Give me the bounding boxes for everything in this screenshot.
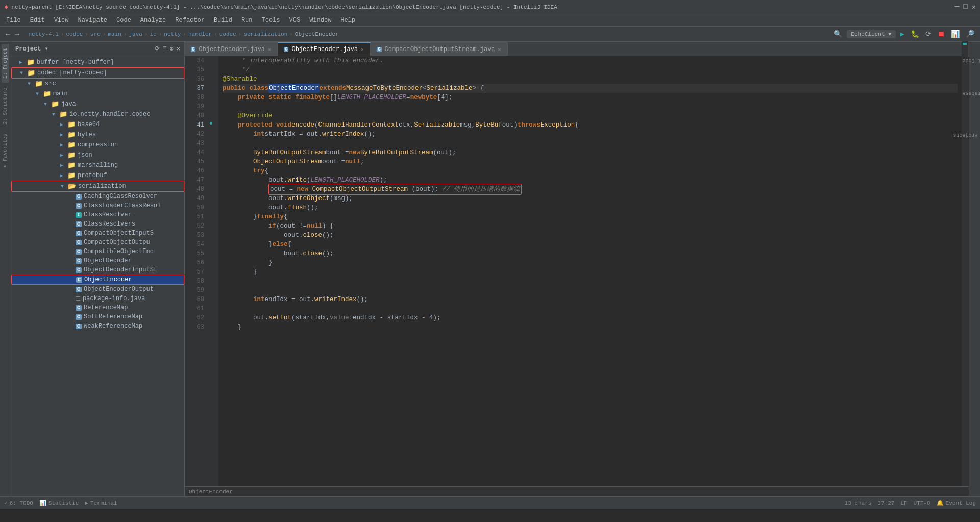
- toolbar-search-button[interactable]: 🔍: [832, 30, 844, 38]
- status-position[interactable]: 37:27: [877, 500, 894, 506]
- close-button[interactable]: ✕: [972, 3, 976, 11]
- stop-button[interactable]: ⏹: [936, 30, 946, 38]
- code-content[interactable]: * interoperability with this encoder. */…: [218, 56, 962, 486]
- menu-refactor[interactable]: Refactor: [171, 16, 209, 25]
- expand-arrow-protobuf[interactable]: ▶: [60, 172, 67, 179]
- menu-window[interactable]: Window: [305, 16, 335, 25]
- tab-close-encoder[interactable]: ✕: [361, 46, 364, 53]
- breadcrumb-objectencoder[interactable]: ObjectEncoder: [295, 31, 339, 37]
- tab-close-cos[interactable]: ✕: [498, 46, 501, 53]
- coverage-button[interactable]: 📊: [949, 30, 961, 38]
- left-tab-structure[interactable]: 2: Structure: [2, 84, 9, 129]
- right-tab-maven[interactable]: Maven Projects: [949, 131, 980, 139]
- breadcrumb-main[interactable]: main: [108, 31, 121, 37]
- breadcrumb-codec[interactable]: codec: [66, 31, 83, 37]
- tree-item-object-decoder[interactable]: C ObjectDecoder: [11, 256, 184, 265]
- breadcrumb-netty2[interactable]: netty: [164, 31, 181, 37]
- tree-item-src[interactable]: ▼ 📁 src: [11, 79, 184, 89]
- build-button[interactable]: ⟳: [924, 30, 933, 38]
- status-event-log[interactable]: 🔔 Event Log: [937, 500, 976, 506]
- nav-forward-button[interactable]: →: [13, 30, 20, 38]
- menu-analyze[interactable]: Analyze: [136, 16, 170, 25]
- expand-arrow-codec[interactable]: ▼: [20, 70, 27, 76]
- tree-item-java[interactable]: ▼ 📁 java: [11, 99, 184, 109]
- tree-item-reference-map[interactable]: C ReferenceMap: [11, 303, 184, 312]
- menu-build[interactable]: Build: [210, 16, 236, 25]
- expand-arrow-java[interactable]: ▼: [44, 102, 51, 107]
- status-todo[interactable]: ✓ 6: TODO: [4, 500, 33, 506]
- tree-item-package-info[interactable]: ☰ package-info.java: [11, 294, 184, 303]
- tree-item-main[interactable]: ▼ 📁 main: [11, 89, 184, 99]
- tree-item-compression[interactable]: ▶ 📁 compression: [11, 140, 184, 150]
- breadcrumb-io[interactable]: io: [150, 31, 157, 37]
- tree-item-weak-reference-map[interactable]: C WeakReferenceMap: [11, 321, 184, 331]
- status-line-ending[interactable]: LF: [900, 500, 907, 506]
- menu-navigate[interactable]: Navigate: [74, 16, 111, 25]
- tab-close-decoder[interactable]: ✕: [268, 46, 271, 53]
- right-tab-artcode[interactable]: Art Code: [958, 57, 980, 64]
- search2-button[interactable]: 🔎: [964, 30, 976, 38]
- maximize-button[interactable]: □: [963, 3, 967, 11]
- expand-arrow-marshalling[interactable]: ▶: [60, 162, 67, 168]
- menu-vcs[interactable]: VCS: [285, 16, 305, 25]
- tab-object-encoder[interactable]: C ObjectEncoder.java ✕: [278, 42, 371, 56]
- tree-item-compact-input[interactable]: C CompactObjectInputS: [11, 229, 184, 238]
- expand-arrow-compression[interactable]: ▶: [60, 142, 67, 148]
- left-tab-project[interactable]: 1: Project: [2, 44, 9, 83]
- nav-back-button[interactable]: ←: [4, 30, 11, 38]
- tree-item-object-decoder-input[interactable]: C ObjectDecoderInputSt: [11, 265, 184, 275]
- tab-object-decoder[interactable]: C ObjectDecoder.java ✕: [185, 42, 278, 56]
- minimize-button[interactable]: ─: [955, 3, 959, 11]
- status-terminal[interactable]: ▶ Terminal: [85, 500, 117, 506]
- expand-arrow-src[interactable]: ▼: [28, 81, 35, 87]
- tree-item-buffer[interactable]: ▶ 📁 buffer [netty-buffer]: [11, 57, 184, 67]
- menu-edit[interactable]: Edit: [26, 16, 49, 25]
- expand-arrow-base64[interactable]: ▶: [60, 121, 67, 128]
- tree-item-protobuf[interactable]: ▶ 📁 protobuf: [11, 170, 184, 181]
- run-button[interactable]: ▶: [899, 30, 906, 38]
- tree-item-class-resolver[interactable]: I ClassResolver: [11, 210, 184, 219]
- status-encoding[interactable]: UTF-8: [914, 500, 930, 506]
- status-chars[interactable]: 13 chars: [845, 500, 872, 506]
- sidebar-action-settings[interactable]: ⚙: [170, 45, 174, 53]
- tree-item-class-resolvers[interactable]: C ClassResolvers: [11, 219, 184, 229]
- sidebar-action-close[interactable]: ✕: [177, 45, 180, 53]
- breadcrumb-netty[interactable]: netty-4.1: [28, 31, 58, 37]
- tree-item-compact-output[interactable]: C CompactObjectOutpu: [11, 238, 184, 247]
- run-config-selector[interactable]: EchoClient ▼: [847, 30, 895, 38]
- expand-arrow-buffer[interactable]: ▶: [19, 59, 27, 65]
- expand-arrow-main[interactable]: ▼: [36, 91, 43, 97]
- breadcrumb-src[interactable]: src: [90, 31, 101, 37]
- sidebar-action-collapse[interactable]: ≡: [163, 45, 166, 53]
- tree-item-soft-reference-map[interactable]: C SoftReferenceMap: [11, 312, 184, 321]
- menu-view[interactable]: View: [50, 16, 73, 25]
- tree-item-object-encoder-output[interactable]: C ObjectEncoderOutput: [11, 285, 184, 294]
- status-statistic[interactable]: 📊 Statistic: [39, 500, 79, 506]
- breadcrumb-codec2[interactable]: codec: [219, 31, 236, 37]
- tree-item-classloader-resolver[interactable]: C ClassLoaderClassResol: [11, 201, 184, 210]
- sidebar-action-sync[interactable]: ⟳: [155, 45, 160, 53]
- tree-item-marshalling[interactable]: ▶ 📁 marshalling: [11, 160, 184, 170]
- tree-item-io-netty[interactable]: ▼ 📁 io.netty.handler.codec: [11, 109, 184, 119]
- tree-item-json[interactable]: ▶ 📁 json: [11, 150, 184, 160]
- menu-file[interactable]: File: [2, 16, 25, 25]
- tree-item-compatible-encoder[interactable]: C CompatibleObjectEnc: [11, 247, 184, 256]
- menu-code[interactable]: Code: [112, 16, 135, 25]
- menu-help[interactable]: Help: [336, 16, 359, 25]
- tree-item-bytes[interactable]: ▶ 📁 bytes: [11, 130, 184, 140]
- breadcrumb-java[interactable]: java: [129, 31, 142, 37]
- tree-item-serialization[interactable]: ▼ 📂 serialization: [11, 181, 184, 192]
- tree-item-caching-class-resolver[interactable]: C CachingClassResolver: [11, 192, 184, 201]
- expand-arrow-io-netty[interactable]: ▼: [52, 112, 59, 117]
- breadcrumb-serialization[interactable]: serialization: [243, 31, 287, 37]
- tree-item-object-encoder[interactable]: C ObjectEncoder: [11, 275, 184, 285]
- tree-item-codec[interactable]: ▼ 📁 codec [netty-codec]: [11, 67, 184, 79]
- breadcrumb-handler[interactable]: handler: [188, 31, 212, 37]
- left-tab-favorites[interactable]: ★ Favorites: [2, 130, 9, 174]
- menu-tools[interactable]: Tools: [258, 16, 284, 25]
- right-tab-database[interactable]: Database: [958, 89, 980, 97]
- expand-arrow-serialization[interactable]: ▼: [61, 184, 68, 189]
- debug-button[interactable]: 🐛: [909, 30, 921, 38]
- tab-compact-output-stream[interactable]: C CompactObjectOutputStream.java ✕: [371, 42, 507, 56]
- expand-arrow-json[interactable]: ▶: [60, 152, 67, 158]
